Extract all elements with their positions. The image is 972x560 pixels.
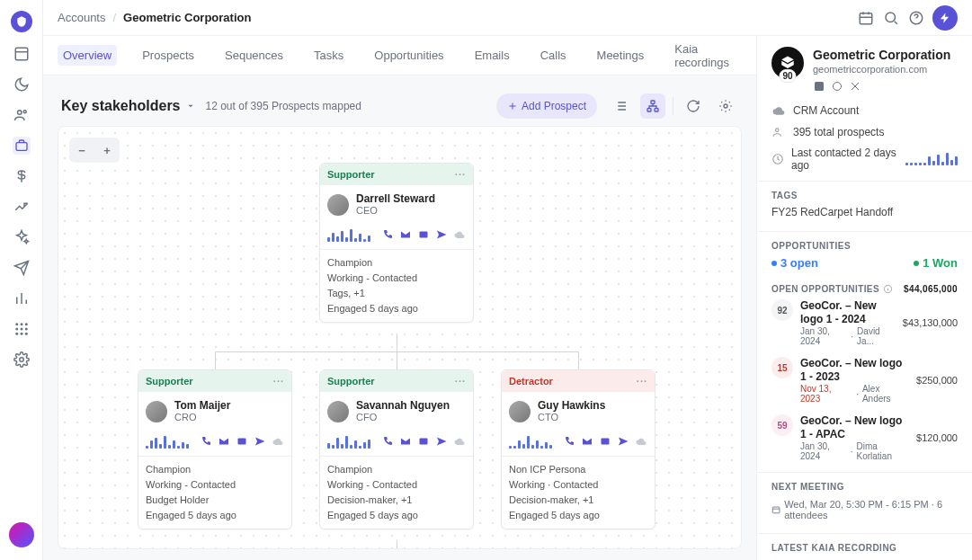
card-more-icon[interactable]: ··· bbox=[455, 169, 466, 180]
svg-point-15 bbox=[886, 13, 896, 22]
account-name: Geometric Corporation bbox=[813, 47, 950, 63]
send-icon[interactable] bbox=[435, 228, 448, 241]
stakeholder-card-cfo[interactable]: Supporter··· Savannah NguyenCFO Champion… bbox=[319, 369, 474, 529]
opportunity-row[interactable]: 59 GeoCor. – New logo 1 - APAC Jan 30, 2… bbox=[757, 409, 972, 467]
tab-sequences[interactable]: Sequences bbox=[219, 45, 289, 66]
bolt-button[interactable] bbox=[932, 5, 958, 31]
cloud-off-icon[interactable] bbox=[635, 435, 647, 448]
calendar-icon[interactable] bbox=[857, 9, 875, 27]
opp-sub: Jan 30, 2024·Dima Korlatian bbox=[800, 441, 909, 461]
search-icon[interactable] bbox=[882, 9, 900, 27]
account-avatar[interactable]: 90 bbox=[771, 47, 804, 79]
current-user-avatar[interactable] bbox=[9, 522, 34, 547]
cloud-off-icon[interactable] bbox=[453, 435, 466, 448]
person-role: CEO bbox=[356, 205, 435, 217]
next-meeting-header: NEXT MEETING bbox=[757, 472, 972, 495]
person-name: Guy Hawkins bbox=[538, 399, 605, 412]
person-role: CTO bbox=[538, 412, 605, 423]
email-icon[interactable] bbox=[581, 435, 593, 448]
send-icon[interactable] bbox=[254, 435, 266, 448]
svg-point-11 bbox=[20, 333, 22, 335]
prospects-line[interactable]: 395 total prospects bbox=[757, 121, 972, 143]
opp-sub: Nov 13, 2023·Alex Anders bbox=[800, 384, 909, 404]
stakeholder-card-ceo[interactable]: Supporter··· Darrell StewardCEO Champion… bbox=[319, 163, 474, 323]
nav-send-icon[interactable] bbox=[13, 259, 31, 277]
tab-meetings[interactable]: Meetings bbox=[592, 45, 650, 66]
send-icon[interactable] bbox=[617, 435, 629, 448]
org-canvas[interactable]: − + Supporter··· Darrell StewardCEO Cham… bbox=[58, 126, 742, 549]
tab-kaia-recordings[interactable]: Kaia recordings bbox=[669, 39, 735, 73]
crm-account-line[interactable]: CRM Account bbox=[757, 100, 972, 121]
clock-icon bbox=[771, 152, 784, 166]
nav-apps-icon[interactable] bbox=[13, 320, 31, 338]
view-list-icon[interactable] bbox=[608, 93, 633, 119]
activity-spark bbox=[327, 227, 370, 242]
section-title[interactable]: Key stakeholders bbox=[61, 98, 195, 114]
email-icon[interactable] bbox=[399, 435, 412, 448]
card-more-icon[interactable]: ··· bbox=[273, 376, 284, 387]
tab-calls[interactable]: Calls bbox=[535, 45, 572, 66]
kaia-item[interactable]: Enablement GeoCor. Introductions 30m · 3… bbox=[757, 556, 972, 560]
add-prospect-button[interactable]: Add Prospect bbox=[496, 93, 597, 119]
svg-point-2 bbox=[23, 111, 26, 113]
x-icon[interactable] bbox=[849, 80, 861, 93]
refresh-icon[interactable] bbox=[681, 93, 706, 119]
send-icon[interactable] bbox=[435, 435, 448, 448]
canvas-settings-icon[interactable] bbox=[713, 93, 738, 119]
phone-icon[interactable] bbox=[381, 435, 394, 448]
cloud-off-icon[interactable] bbox=[453, 228, 466, 241]
tag-value[interactable]: FY25 RedCarpet Handoff bbox=[757, 204, 972, 226]
linkedin-icon[interactable] bbox=[813, 80, 825, 93]
open-opps-count[interactable]: 3 open bbox=[771, 256, 818, 270]
nav-accounts-icon[interactable] bbox=[13, 137, 31, 155]
tab-tasks[interactable]: Tasks bbox=[308, 45, 349, 66]
opp-title: GeoCor. – New logo 1 - APAC bbox=[800, 414, 909, 441]
contact-card-icon[interactable] bbox=[599, 435, 611, 448]
cloud-off-icon[interactable] bbox=[272, 435, 284, 448]
opportunity-row[interactable]: 92 GeoCor. – New logo 1 - 2024 Jan 30, 2… bbox=[757, 294, 972, 351]
nav-settings-icon[interactable] bbox=[13, 351, 31, 369]
email-icon[interactable] bbox=[399, 228, 412, 241]
nav-moon-icon[interactable] bbox=[13, 76, 31, 93]
opportunity-row[interactable]: 15 GeoCor. – New logo 1 - 2023 Nov 13, 2… bbox=[757, 351, 972, 409]
card-more-icon[interactable]: ··· bbox=[637, 376, 647, 387]
account-url[interactable]: geometriccorporation.com bbox=[813, 63, 950, 76]
info-icon[interactable] bbox=[883, 284, 893, 294]
stakeholder-card-cro[interactable]: Supporter··· Tom MaijerCRO ChampionWorki… bbox=[138, 369, 292, 529]
card-type: Supporter bbox=[146, 376, 193, 387]
nav-people-icon[interactable] bbox=[13, 106, 31, 124]
nav-dashboard-icon[interactable] bbox=[13, 45, 31, 63]
svg-point-9 bbox=[24, 328, 27, 331]
tab-overview[interactable]: Overview bbox=[58, 45, 117, 66]
breadcrumb-accounts[interactable]: Accounts bbox=[58, 11, 105, 24]
card-meta: ChampionWorking - ContactedDecision-make… bbox=[320, 456, 473, 529]
tab-prospects[interactable]: Prospects bbox=[137, 45, 200, 66]
opp-sub: Jan 30, 2024·David Ja... bbox=[800, 326, 896, 346]
nav-magic-icon[interactable] bbox=[13, 228, 31, 246]
card-meta: ChampionWorking - ContactedBudget Holder… bbox=[138, 456, 291, 529]
nav-dollar-icon[interactable] bbox=[13, 167, 31, 185]
phone-icon[interactable] bbox=[381, 228, 394, 241]
nav-reports-icon[interactable] bbox=[13, 289, 31, 307]
phone-icon[interactable] bbox=[563, 435, 575, 448]
phone-icon[interactable] bbox=[200, 435, 212, 448]
view-org-icon[interactable] bbox=[640, 93, 665, 119]
card-more-icon[interactable]: ··· bbox=[455, 376, 466, 387]
help-icon[interactable] bbox=[907, 9, 925, 27]
nav-trend-icon[interactable] bbox=[13, 198, 31, 216]
stakeholder-card-cto[interactable]: Detractor··· Guy HawkinsCTO Non ICP Pers… bbox=[501, 369, 655, 529]
tab-opportunities[interactable]: Opportunities bbox=[369, 45, 449, 66]
facebook-icon[interactable] bbox=[831, 80, 843, 93]
svg-point-23 bbox=[724, 104, 727, 108]
contact-card-icon[interactable] bbox=[417, 228, 430, 241]
tab-emails[interactable]: Emails bbox=[469, 45, 515, 66]
chevron-down-icon bbox=[186, 102, 195, 111]
contact-card-icon[interactable] bbox=[236, 435, 248, 448]
open-opps-label: OPEN OPPORTUNITIES bbox=[771, 284, 893, 294]
contact-card-icon[interactable] bbox=[417, 435, 430, 448]
opp-score: 59 bbox=[771, 414, 793, 436]
email-icon[interactable] bbox=[218, 435, 230, 448]
won-opps-count[interactable]: 1 Won bbox=[914, 256, 958, 270]
tags-header: TAGS bbox=[757, 181, 972, 204]
app-logo[interactable] bbox=[11, 11, 32, 32]
